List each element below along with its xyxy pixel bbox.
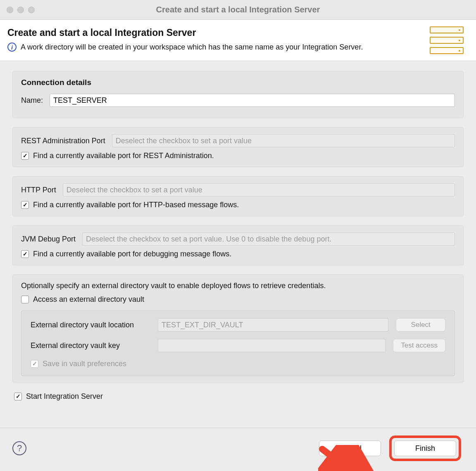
name-input[interactable] (50, 94, 455, 107)
rest-auto-port-checkbox[interactable] (21, 152, 29, 160)
vault-test-button: Test access (393, 339, 445, 352)
start-server-checkbox[interactable] (14, 393, 22, 400)
wizard-header: Create and start a local Integration Ser… (0, 20, 476, 61)
page-description: A work directory will be created in your… (21, 43, 363, 52)
rest-auto-port-label: Find a currently available port for REST… (33, 151, 214, 160)
vault-select-button: Select (396, 318, 445, 331)
save-vault-prefs-checkbox (31, 360, 38, 368)
jvm-port-label: JVM Debug Port (21, 235, 76, 244)
start-server-label: Start Integration Server (26, 392, 103, 401)
vault-subpanel: External directory vault location Select… (21, 310, 455, 376)
vault-intro: Optionally specify an external directory… (21, 282, 455, 290)
rest-port-input (112, 134, 455, 147)
vault-location-label: External directory vault location (31, 321, 150, 329)
info-icon: i (7, 43, 17, 52)
name-label: Name: (21, 96, 43, 105)
help-icon[interactable]: ? (12, 441, 26, 455)
vault-key-input (158, 339, 386, 352)
save-vault-prefs-label: Save in vault preferences (43, 360, 126, 368)
wizard-footer: ? Cancel Finish (0, 428, 476, 471)
rest-port-panel: REST Administration Port Find a currentl… (12, 127, 464, 167)
access-vault-checkbox[interactable] (21, 296, 29, 303)
finish-button[interactable]: Finish (394, 440, 456, 456)
server-stack-icon (430, 26, 464, 54)
jvm-auto-port-label: Find a currently available port for debu… (33, 250, 231, 258)
vault-key-label: External directory vault key (31, 341, 150, 350)
connection-details-panel: Connection details Name: (12, 71, 464, 118)
vault-panel: Optionally specify an external directory… (12, 275, 464, 383)
http-port-input (63, 183, 455, 196)
access-vault-label: Access an external directory vault (33, 295, 144, 304)
http-port-panel: HTTP Port Find a currently available por… (12, 176, 464, 216)
rest-port-label: REST Administration Port (21, 137, 105, 145)
page-title: Create and start a local Integration Ser… (7, 27, 430, 38)
http-port-label: HTTP Port (21, 186, 56, 194)
cancel-button[interactable]: Cancel (319, 440, 381, 456)
http-auto-port-label: Find a currently available port for HTTP… (33, 201, 239, 209)
jvm-port-panel: JVM Debug Port Find a currently availabl… (12, 225, 464, 265)
wizard-body: Connection details Name: REST Administra… (0, 61, 476, 428)
jvm-port-input (82, 232, 455, 246)
http-auto-port-checkbox[interactable] (21, 201, 29, 209)
window-title: Create and start a local Integration Ser… (0, 5, 476, 14)
finish-highlight: Finish (389, 435, 461, 461)
vault-location-input (158, 318, 388, 331)
titlebar: Create and start a local Integration Ser… (0, 0, 476, 20)
jvm-auto-port-checkbox[interactable] (21, 250, 29, 258)
connection-details-title: Connection details (21, 78, 455, 87)
